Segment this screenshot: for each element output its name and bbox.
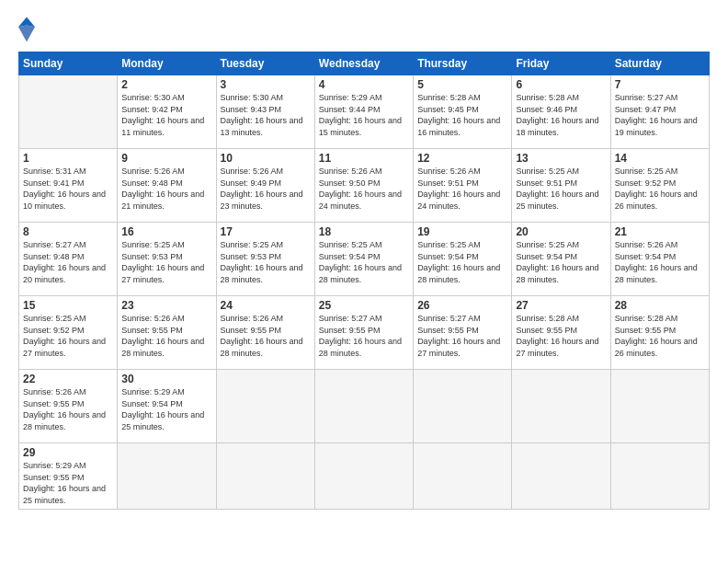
calendar-cell: 29Sunrise: 5:29 AMSunset: 9:55 PMDayligh…: [19, 443, 118, 510]
calendar-cell: 8Sunrise: 5:27 AMSunset: 9:48 PMDaylight…: [19, 223, 118, 296]
calendar-week-row: 15Sunrise: 5:25 AMSunset: 9:52 PMDayligh…: [19, 296, 710, 370]
day-info: Sunrise: 5:29 AMSunset: 9:44 PMDaylight:…: [319, 92, 409, 138]
col-saturday: Saturday: [610, 52, 709, 75]
day-number: 25: [319, 299, 409, 312]
day-number: 5: [417, 78, 507, 91]
calendar-week-row: 8Sunrise: 5:27 AMSunset: 9:48 PMDaylight…: [19, 223, 710, 296]
calendar-week-row: 22Sunrise: 5:26 AMSunset: 9:55 PMDayligh…: [19, 370, 710, 443]
calendar-cell: [216, 443, 314, 510]
calendar-cell: 14Sunrise: 5:25 AMSunset: 9:52 PMDayligh…: [610, 149, 709, 223]
day-info: Sunrise: 5:25 AMSunset: 9:54 PMDaylight:…: [516, 239, 606, 285]
calendar-cell: 16Sunrise: 5:25 AMSunset: 9:53 PMDayligh…: [118, 223, 216, 296]
page: Sunday Monday Tuesday Wednesday Thursday…: [0, 0, 728, 563]
calendar-cell: [610, 443, 709, 510]
day-info: Sunrise: 5:25 AMSunset: 9:53 PMDaylight:…: [221, 239, 311, 285]
calendar-cell: [314, 370, 413, 443]
day-info: Sunrise: 5:26 AMSunset: 9:49 PMDaylight:…: [221, 166, 311, 212]
col-sunday: Sunday: [19, 52, 118, 75]
day-info: Sunrise: 5:25 AMSunset: 9:52 PMDaylight:…: [23, 313, 113, 359]
day-info: Sunrise: 5:30 AMSunset: 9:43 PMDaylight:…: [221, 92, 311, 138]
day-number: 30: [121, 373, 211, 385]
day-info: Sunrise: 5:27 AMSunset: 9:55 PMDaylight:…: [319, 313, 409, 359]
col-tuesday: Tuesday: [216, 52, 314, 75]
day-info: Sunrise: 5:25 AMSunset: 9:54 PMDaylight:…: [417, 239, 507, 285]
day-number: 29: [23, 446, 113, 459]
day-info: Sunrise: 5:28 AMSunset: 9:55 PMDaylight:…: [516, 313, 606, 359]
calendar-cell: 27Sunrise: 5:28 AMSunset: 9:55 PMDayligh…: [512, 296, 610, 370]
day-number: 8: [23, 225, 113, 238]
col-thursday: Thursday: [414, 52, 512, 75]
day-info: Sunrise: 5:26 AMSunset: 9:55 PMDaylight:…: [121, 313, 211, 359]
day-number: 17: [221, 225, 311, 238]
day-info: Sunrise: 5:26 AMSunset: 9:55 PMDaylight:…: [221, 313, 311, 359]
day-number: 22: [23, 373, 113, 385]
calendar-cell: [118, 443, 216, 510]
day-number: 19: [417, 225, 507, 238]
calendar-cell: 4Sunrise: 5:29 AMSunset: 9:44 PMDaylight…: [314, 75, 413, 149]
calendar-cell: 1Sunrise: 5:31 AMSunset: 9:41 PMDaylight…: [19, 149, 118, 223]
day-info: Sunrise: 5:25 AMSunset: 9:53 PMDaylight:…: [121, 239, 211, 285]
day-number: 14: [615, 152, 705, 165]
day-info: Sunrise: 5:26 AMSunset: 9:51 PMDaylight:…: [417, 166, 507, 212]
day-info: Sunrise: 5:31 AMSunset: 9:41 PMDaylight:…: [23, 166, 113, 212]
calendar-cell: [314, 443, 413, 510]
header: [18, 17, 710, 42]
calendar-cell: 5Sunrise: 5:28 AMSunset: 9:45 PMDaylight…: [414, 75, 512, 149]
calendar-cell: 20Sunrise: 5:25 AMSunset: 9:54 PMDayligh…: [512, 223, 610, 296]
calendar-cell: 18Sunrise: 5:25 AMSunset: 9:54 PMDayligh…: [314, 223, 413, 296]
day-info: Sunrise: 5:30 AMSunset: 9:42 PMDaylight:…: [121, 92, 211, 138]
day-number: 24: [221, 299, 311, 312]
calendar-cell: [19, 75, 118, 149]
calendar-cell: 23Sunrise: 5:26 AMSunset: 9:55 PMDayligh…: [118, 296, 216, 370]
day-info: Sunrise: 5:29 AMSunset: 9:55 PMDaylight:…: [23, 460, 113, 506]
day-info: Sunrise: 5:28 AMSunset: 9:46 PMDaylight:…: [516, 92, 606, 138]
calendar-cell: 10Sunrise: 5:26 AMSunset: 9:49 PMDayligh…: [216, 149, 314, 223]
col-friday: Friday: [512, 52, 610, 75]
day-info: Sunrise: 5:25 AMSunset: 9:52 PMDaylight:…: [615, 166, 705, 212]
svg-marker-1: [18, 26, 35, 42]
calendar-week-row: 1Sunrise: 5:31 AMSunset: 9:41 PMDaylight…: [19, 149, 710, 223]
calendar-header-row: Sunday Monday Tuesday Wednesday Thursday…: [19, 52, 710, 75]
day-info: Sunrise: 5:27 AMSunset: 9:48 PMDaylight:…: [23, 239, 113, 285]
day-number: 13: [516, 152, 606, 165]
day-info: Sunrise: 5:28 AMSunset: 9:55 PMDaylight:…: [615, 313, 705, 359]
day-number: 6: [516, 78, 606, 91]
day-info: Sunrise: 5:26 AMSunset: 9:55 PMDaylight:…: [23, 386, 113, 432]
calendar-cell: [414, 443, 512, 510]
day-number: 11: [319, 152, 409, 165]
calendar-cell: [512, 370, 610, 443]
calendar-cell: 3Sunrise: 5:30 AMSunset: 9:43 PMDaylight…: [216, 75, 314, 149]
calendar-cell: 6Sunrise: 5:28 AMSunset: 9:46 PMDaylight…: [512, 75, 610, 149]
day-number: 15: [23, 299, 113, 312]
day-info: Sunrise: 5:27 AMSunset: 9:47 PMDaylight:…: [615, 92, 705, 138]
day-number: 2: [121, 78, 211, 91]
day-number: 28: [615, 299, 705, 312]
day-number: 16: [121, 225, 211, 238]
day-info: Sunrise: 5:25 AMSunset: 9:54 PMDaylight:…: [319, 239, 409, 285]
calendar-cell: [414, 370, 512, 443]
calendar-cell: 13Sunrise: 5:25 AMSunset: 9:51 PMDayligh…: [512, 149, 610, 223]
calendar-cell: 30Sunrise: 5:29 AMSunset: 9:54 PMDayligh…: [118, 370, 216, 443]
day-number: 18: [319, 225, 409, 238]
calendar: Sunday Monday Tuesday Wednesday Thursday…: [18, 52, 710, 510]
calendar-week-row: 29Sunrise: 5:29 AMSunset: 9:55 PMDayligh…: [19, 443, 710, 510]
logo: [18, 17, 37, 42]
day-number: 3: [221, 78, 311, 91]
day-number: 26: [417, 299, 507, 312]
day-number: 21: [615, 225, 705, 238]
calendar-cell: 25Sunrise: 5:27 AMSunset: 9:55 PMDayligh…: [314, 296, 413, 370]
day-info: Sunrise: 5:28 AMSunset: 9:45 PMDaylight:…: [417, 92, 507, 138]
day-number: 4: [319, 78, 409, 91]
calendar-week-row: 2Sunrise: 5:30 AMSunset: 9:42 PMDaylight…: [19, 75, 710, 149]
col-monday: Monday: [118, 52, 216, 75]
day-number: 10: [221, 152, 311, 165]
day-number: 23: [121, 299, 211, 312]
calendar-cell: 9Sunrise: 5:26 AMSunset: 9:48 PMDaylight…: [118, 149, 216, 223]
day-number: 12: [417, 152, 507, 165]
day-number: 7: [615, 78, 705, 91]
calendar-cell: 2Sunrise: 5:30 AMSunset: 9:42 PMDaylight…: [118, 75, 216, 149]
logo-icon: [18, 17, 35, 42]
calendar-cell: 12Sunrise: 5:26 AMSunset: 9:51 PMDayligh…: [414, 149, 512, 223]
calendar-cell: 19Sunrise: 5:25 AMSunset: 9:54 PMDayligh…: [414, 223, 512, 296]
calendar-cell: 7Sunrise: 5:27 AMSunset: 9:47 PMDaylight…: [610, 75, 709, 149]
